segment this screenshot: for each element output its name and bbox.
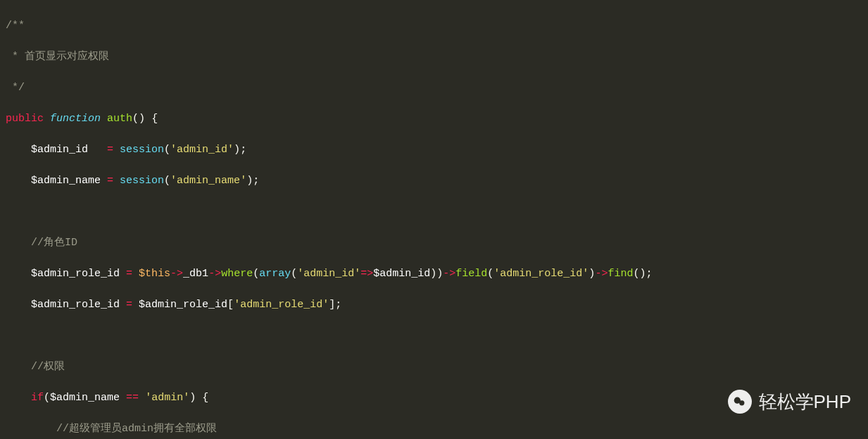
code-line: */: [6, 80, 862, 96]
comment: /**: [6, 20, 25, 32]
keyword-public: public: [6, 113, 44, 125]
code-line: $admin_id = session('admin_id');: [6, 142, 862, 158]
comment: //权限: [31, 361, 65, 373]
svg-point-1: [739, 400, 744, 405]
watermark-text: 轻松学PHP: [759, 394, 851, 409]
code-line: //角色ID: [6, 235, 862, 251]
watermark: 轻松学PHP: [728, 390, 851, 414]
fn-session: session: [120, 144, 164, 156]
code-line: $admin_name = session('admin_name');: [6, 173, 862, 189]
code-line: $admin_role_id = $admin_role_id['admin_r…: [6, 297, 862, 313]
code-line: [6, 204, 862, 220]
comment: */: [6, 82, 25, 94]
code-line: //超级管理员admin拥有全部权限: [6, 421, 862, 437]
variable: $admin_id: [31, 144, 88, 156]
code-line: //权限: [6, 359, 862, 375]
code-line: public function auth() {: [6, 111, 862, 127]
code-line: $admin_role_id = $this->_db1->where(arra…: [6, 266, 862, 282]
comment: * 首页显示对应权限: [6, 51, 109, 63]
code-line: * 首页显示对应权限: [6, 49, 862, 65]
code-editor[interactable]: /** * 首页显示对应权限 */ public function auth()…: [0, 0, 868, 439]
code-line: /**: [6, 18, 862, 34]
code-line: [6, 328, 862, 344]
function-name: auth: [107, 113, 132, 125]
string: 'admin_name': [170, 175, 246, 187]
this: $this: [139, 268, 170, 280]
keyword-function: function: [50, 113, 101, 125]
wechat-icon: [728, 390, 752, 414]
comment: //角色ID: [31, 237, 77, 249]
variable: $admin_name: [31, 175, 101, 187]
string: 'admin_id': [170, 144, 234, 156]
comment: //超级管理员admin拥有全部权限: [56, 423, 217, 435]
